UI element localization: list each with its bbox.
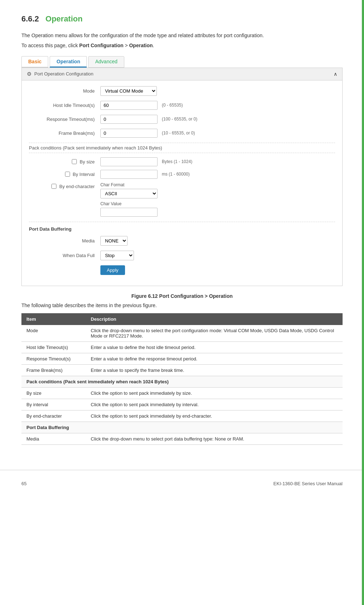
- when-data-full-label: When Data Full: [29, 253, 100, 258]
- table-cell-desc: Enter a value to specify the frame break…: [86, 364, 343, 376]
- response-timeout-input[interactable]: [100, 115, 158, 124]
- table-cell-desc: Enter a value to define the host idle ti…: [86, 341, 343, 353]
- table-cell-fullspan: Pack conditions (Pack sent immediately w…: [21, 376, 343, 387]
- table-cell-item: Host Idle Timeout(s): [21, 341, 86, 353]
- table-cell-fullspan: Port Data Buffering: [21, 422, 343, 433]
- by-end-char-checkbox[interactable]: [51, 184, 56, 189]
- by-size-label: By size: [80, 159, 95, 164]
- config-panel: ⚙ Port Operation Configuration ∧ Mode Vi…: [21, 68, 343, 286]
- response-timeout-hint: (100 - 65535, or 0): [162, 117, 197, 122]
- table-row: MediaClick the drop-down menu to select …: [21, 433, 343, 444]
- char-value-sublabel: Char Value: [100, 201, 158, 206]
- by-size-input[interactable]: [100, 157, 158, 166]
- table-row: ModeClick the drop-down menu to select t…: [21, 325, 343, 342]
- pack-conditions-label: Pack conditions (Pack sent immediately w…: [29, 143, 335, 153]
- config-panel-header: ⚙ Port Operation Configuration ∧: [22, 68, 342, 80]
- by-size-row: By size Bytes (1 - 1024): [29, 157, 335, 166]
- when-data-full-control: Stop Overwrite: [100, 251, 134, 260]
- by-interval-label-area: By Interval: [29, 172, 100, 177]
- table-row: Port Data Buffering: [21, 422, 343, 433]
- host-idle-control: [100, 101, 158, 110]
- response-timeout-row: Response Timeout(ms) (100 - 65535, or 0): [29, 115, 335, 124]
- config-panel-body: Mode Virtual COM Mode USDG Data Mode USD…: [22, 80, 342, 286]
- table-cell-desc: Click the drop-down menu to select port …: [86, 433, 343, 444]
- by-end-char-label: By end-character: [59, 184, 95, 189]
- by-interval-hint: ms (1 - 60000): [162, 172, 190, 177]
- intro-paragraph-1: The Operation menu allows for the config…: [21, 31, 343, 39]
- green-sidebar: [362, 0, 364, 605]
- mode-select[interactable]: Virtual COM Mode USDG Data Mode USDG Con…: [100, 86, 157, 96]
- frame-break-label: Frame Break(ms): [29, 131, 100, 136]
- media-row: Media NONE RAM: [29, 236, 335, 246]
- table-cell-item: Mode: [21, 325, 86, 342]
- table-cell-item: By size: [21, 387, 86, 399]
- host-idle-row: Host Idle Timeout(s) (0 - 65535): [29, 101, 335, 110]
- gear-icon: ⚙: [27, 71, 31, 77]
- description-table: Item Description ModeClick the drop-down…: [21, 313, 343, 445]
- tab-bar: Basic Operation Advanced: [21, 56, 343, 68]
- table-row: By end-characterClick the option to sent…: [21, 410, 343, 422]
- table-row: Frame Break(ms)Enter a value to specify …: [21, 364, 343, 376]
- by-interval-control: [100, 170, 158, 179]
- table-cell-item: Response Timeout(s): [21, 353, 86, 364]
- by-end-char-row: By end-character Char Format ASCII HEX C…: [29, 182, 335, 217]
- table-col-desc: Description: [86, 313, 343, 325]
- by-interval-input[interactable]: [100, 170, 158, 179]
- char-format-select[interactable]: ASCII HEX: [100, 189, 158, 198]
- by-interval-checkbox[interactable]: [65, 172, 70, 177]
- port-data-title: Port Data Buffering: [29, 226, 335, 232]
- table-cell-desc: Click the option to sent pack immediatel…: [86, 399, 343, 410]
- intro-paragraph-2: To access this page, click Port Configur…: [21, 41, 343, 49]
- mode-row: Mode Virtual COM Mode USDG Data Mode USD…: [29, 86, 335, 96]
- mode-label: Mode: [29, 88, 100, 94]
- host-idle-hint: (0 - 65535): [162, 103, 183, 108]
- media-label: Media: [29, 238, 100, 244]
- by-size-checkbox[interactable]: [72, 159, 77, 164]
- media-control: NONE RAM: [100, 236, 128, 246]
- host-idle-input[interactable]: [100, 101, 158, 110]
- frame-break-hint: (10 - 65535, or 0): [162, 131, 195, 136]
- char-format-sublabel: Char Format: [100, 182, 158, 187]
- media-select[interactable]: NONE RAM: [100, 236, 128, 246]
- table-row: Pack conditions (Pack sent immediately w…: [21, 376, 343, 387]
- apply-button[interactable]: Apply: [100, 265, 125, 275]
- product-name: EKI-1360-BE Series User Manual: [273, 481, 343, 486]
- frame-break-input[interactable]: [100, 129, 158, 138]
- response-timeout-label: Response Timeout(ms): [29, 117, 100, 122]
- section-number: 6.6.2 Operation: [21, 14, 83, 24]
- tab-operation[interactable]: Operation: [50, 56, 87, 68]
- char-format-section: Char Format ASCII HEX Char Value: [100, 182, 158, 217]
- when-data-full-row: When Data Full Stop Overwrite: [29, 251, 335, 260]
- table-cell-item: Frame Break(ms): [21, 364, 86, 376]
- by-end-char-label-area: By end-character: [29, 184, 100, 189]
- collapse-icon[interactable]: ∧: [334, 71, 337, 77]
- tab-basic[interactable]: Basic: [21, 56, 48, 68]
- table-cell-desc: Enter a value to define the response tim…: [86, 353, 343, 364]
- page-number: 65: [21, 481, 26, 486]
- table-col-item: Item: [21, 313, 86, 325]
- frame-break-control: [100, 129, 158, 138]
- char-value-input[interactable]: [100, 208, 158, 217]
- tab-advanced[interactable]: Advanced: [88, 56, 124, 68]
- table-row: Host Idle Timeout(s)Enter a value to def…: [21, 341, 343, 353]
- panel-title: Port Operation Configuration: [34, 71, 93, 77]
- table-cell-desc: Click the drop-down menu to select the p…: [86, 325, 343, 342]
- host-idle-label: Host Idle Timeout(s): [29, 103, 100, 108]
- table-cell-item: By interval: [21, 399, 86, 410]
- table-cell-item: Media: [21, 433, 86, 444]
- by-size-hint: Bytes (1 - 1024): [162, 159, 192, 164]
- by-size-control: [100, 157, 158, 166]
- table-row: By sizeClick the option to sent pack imm…: [21, 387, 343, 399]
- by-interval-row: By Interval ms (1 - 60000): [29, 170, 335, 179]
- port-data-divider: [29, 222, 335, 222]
- table-cell-desc: Click the option to sent pack immediatel…: [86, 387, 343, 399]
- table-intro: The following table describes the items …: [21, 302, 343, 308]
- mode-control: Virtual COM Mode USDG Data Mode USDG Con…: [100, 86, 157, 96]
- by-interval-label: By Interval: [73, 172, 95, 177]
- table-row: By intervalClick the option to sent pack…: [21, 399, 343, 410]
- response-timeout-control: [100, 115, 158, 124]
- figure-caption: Figure 6.12 Port Configuration > Operati…: [21, 293, 343, 299]
- by-size-label-area: By size: [29, 159, 100, 164]
- frame-break-row: Frame Break(ms) (10 - 65535, or 0): [29, 129, 335, 138]
- when-data-full-select[interactable]: Stop Overwrite: [100, 251, 134, 260]
